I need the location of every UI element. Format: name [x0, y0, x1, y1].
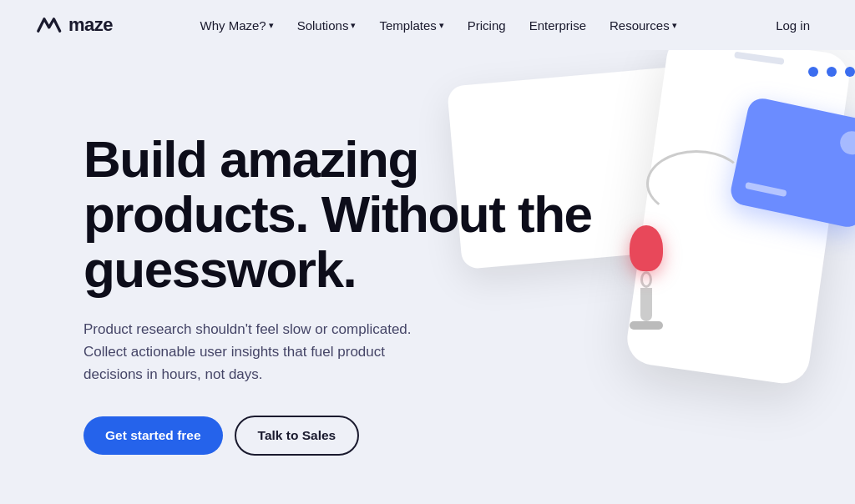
- chevron-down-icon: ▾: [351, 20, 356, 31]
- chevron-down-icon: ▾: [269, 20, 274, 31]
- chevron-down-icon: ▾: [439, 20, 444, 31]
- navbar: maze Why Maze? ▾ Solutions ▾ Templates ▾…: [0, 0, 855, 50]
- mic-spring: [640, 271, 652, 288]
- mic-stand: [630, 321, 663, 330]
- dot-3: [845, 67, 855, 77]
- hero-buttons: Get started free Talk to Sales: [83, 416, 618, 456]
- nav-right: Log in: [764, 13, 822, 38]
- hero-title: Build amazing products. Without the gues…: [83, 132, 618, 298]
- login-button[interactable]: Log in: [764, 13, 822, 38]
- hero-section: Build amazing products. Without the gues…: [0, 50, 855, 504]
- hero-subtitle: Product research shouldn't feel slow or …: [83, 318, 417, 386]
- get-started-button[interactable]: Get started free: [83, 416, 223, 455]
- hero-content: Build amazing products. Without the gues…: [83, 132, 618, 456]
- nav-item-templates[interactable]: Templates ▾: [371, 13, 452, 38]
- dot-2: [827, 67, 837, 77]
- nav-item-why-maze[interactable]: Why Maze? ▾: [191, 13, 281, 38]
- nav-links: Why Maze? ▾ Solutions ▾ Templates ▾ Pric…: [191, 13, 685, 38]
- logo[interactable]: maze: [33, 14, 113, 36]
- mic-head: [630, 225, 663, 271]
- nav-item-enterprise[interactable]: Enterprise: [521, 13, 594, 38]
- logo-text: maze: [68, 14, 113, 36]
- talk-to-sales-button[interactable]: Talk to Sales: [235, 416, 360, 456]
- nav-item-pricing[interactable]: Pricing: [459, 13, 514, 38]
- dots-decoration: [808, 67, 855, 77]
- connector-decoration: [646, 150, 746, 217]
- mic-illustration: [630, 225, 663, 330]
- nav-item-resources[interactable]: Resources ▾: [601, 13, 686, 38]
- nav-item-solutions[interactable]: Solutions ▾: [289, 13, 365, 38]
- mic-body: [640, 288, 652, 321]
- chevron-down-icon: ▾: [672, 20, 677, 31]
- dot-1: [808, 67, 818, 77]
